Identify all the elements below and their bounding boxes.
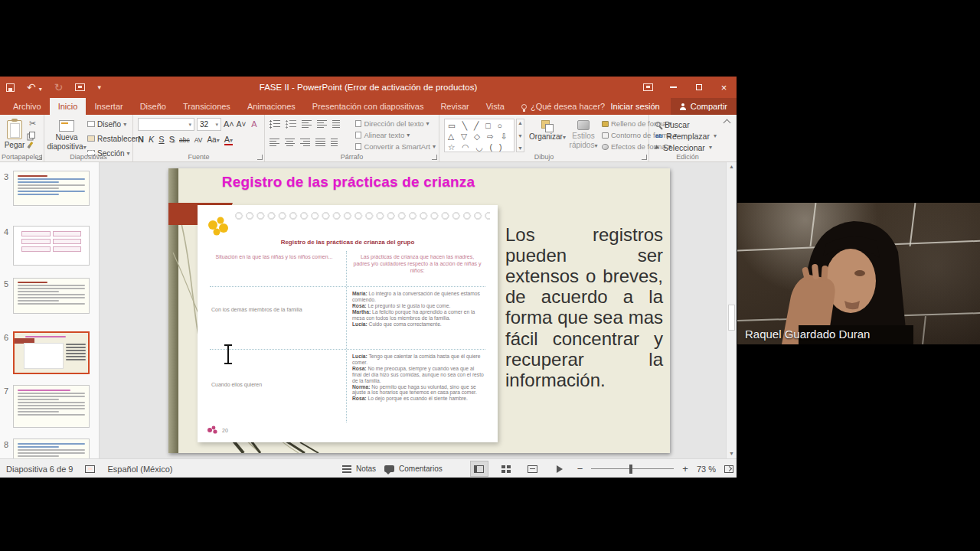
justify-icon[interactable] [315, 139, 325, 147]
scrollbar-thumb[interactable] [728, 305, 735, 331]
shrink-font-icon[interactable]: A˅ [237, 121, 247, 129]
find-button[interactable]: Buscar [655, 119, 726, 130]
thumbnail-preview [13, 385, 90, 428]
reset-label: Restablecer [97, 135, 138, 143]
normal-view-button[interactable] [470, 461, 488, 477]
dialog-launcher-icon[interactable] [642, 155, 647, 160]
layout-button[interactable]: Diseño [87, 118, 138, 130]
bold-button[interactable]: N [138, 135, 144, 144]
thumbnail-slide-8[interactable]: 8 [0, 439, 99, 458]
tab-revisar[interactable]: Revisar [432, 98, 477, 115]
comments-button[interactable]: Comentarios [384, 463, 443, 475]
restore-button[interactable] [686, 77, 711, 98]
text-shadow-button[interactable]: S [169, 135, 175, 144]
save-icon[interactable] [6, 83, 15, 92]
decrease-indent-icon[interactable] [302, 120, 312, 129]
thumbnail-slide-5[interactable]: 5 [0, 278, 99, 314]
cut-icon[interactable]: ✂ [29, 119, 36, 129]
shapes-gallery[interactable]: ▭ ╲ ╱ □ ○ △ ▽ ◇ ⇨ ⇩ ☆ ◠ ◡ ( ) [444, 119, 514, 152]
share-button[interactable]: Compartir [671, 98, 737, 115]
paste-button[interactable]: Pegar [2, 117, 28, 150]
slideshow-view-button[interactable] [550, 461, 569, 477]
font-size-combo[interactable]: 32▾ [197, 118, 221, 131]
format-painter-icon[interactable] [28, 142, 34, 148]
font-name-combo[interactable]: ▾ [138, 118, 194, 131]
new-slide-button[interactable]: Nueva diapositiva [47, 117, 86, 151]
shapes-row-1: ▭ ╲ ╱ □ ○ [448, 120, 511, 131]
scroll-up-icon[interactable]: ▲ [729, 162, 734, 171]
thumbnail-slide-4[interactable]: 4 [0, 226, 99, 266]
display-settings-button[interactable] [635, 77, 661, 98]
thumbnail-slide-7[interactable]: 7 [0, 385, 99, 428]
align-text-button[interactable]: Alinear texto [355, 130, 436, 140]
tab-vista[interactable]: Vista [478, 98, 513, 115]
start-slideshow-icon[interactable] [75, 83, 85, 91]
shapes-gallery-scroll[interactable]: ▲ ▼ ▼ [516, 119, 524, 152]
strikethrough-button[interactable]: abc [179, 136, 190, 144]
change-case-button[interactable]: Aa [207, 135, 219, 144]
dialog-launcher-icon[interactable] [432, 155, 437, 160]
columns-icon[interactable] [331, 139, 338, 147]
display-settings-icon[interactable] [85, 465, 95, 473]
copy-icon[interactable] [29, 132, 35, 139]
collapse-ribbon-icon[interactable] [724, 118, 730, 125]
undo-icon[interactable]: ↶ ▾ [27, 82, 42, 93]
align-left-icon[interactable] [270, 139, 279, 147]
scroll-down-icon[interactable]: ▼ [729, 449, 734, 458]
slide-title[interactable]: Registro de las prácticas de crianza [211, 174, 486, 191]
bullets-icon[interactable] [270, 120, 280, 129]
language-button[interactable]: Español (México) [107, 465, 172, 474]
align-right-icon[interactable] [300, 139, 310, 147]
slide-6[interactable]: Registro de las prácticas de crianza Reg… [168, 168, 670, 453]
tab-diseno[interactable]: Diseño [132, 98, 175, 115]
character-spacing-button[interactable]: AV [194, 136, 203, 144]
customize-qat-icon[interactable]: ▾ [97, 84, 101, 91]
fit-to-window-icon[interactable] [724, 465, 733, 473]
close-button[interactable]: × [711, 77, 737, 98]
reset-button[interactable]: Restablecer [87, 132, 138, 145]
line-spacing-icon[interactable] [332, 120, 340, 129]
tab-inicio[interactable]: Inicio [50, 98, 87, 115]
zoom-in-button[interactable]: + [682, 463, 688, 474]
text-direction-button[interactable]: Dirección del texto [355, 119, 436, 129]
dialog-launcher-icon[interactable] [257, 155, 263, 160]
quick-styles-button[interactable]: Estilos rápidos [567, 117, 600, 149]
convert-smartart-button[interactable]: Convertir a SmartArt [355, 142, 436, 152]
thumbnail-slide-6-selected[interactable]: 6 [0, 331, 99, 374]
reading-view-button[interactable] [524, 461, 542, 477]
sign-in-button[interactable]: Iniciar sesión [600, 102, 671, 111]
zoom-out-button[interactable]: − [577, 463, 583, 474]
notes-button[interactable]: Notas [342, 463, 376, 475]
italic-button[interactable]: K [149, 135, 154, 144]
numbering-icon[interactable] [286, 120, 296, 129]
practice-name: Rosa: [352, 366, 367, 371]
minimize-button[interactable] [661, 77, 686, 98]
arrange-button[interactable]: Organizar [528, 117, 567, 142]
thumbnail-slide-3[interactable]: 3 [0, 171, 99, 206]
slide-sorter-view-button[interactable] [497, 461, 515, 477]
zoom-slider[interactable] [591, 464, 674, 474]
tab-tell-me[interactable]: ¿Qué desea hacer? [513, 98, 613, 115]
vertical-scrollbar[interactable]: ▲ ▼ [726, 162, 737, 458]
grow-font-icon[interactable]: A˄ [224, 120, 234, 129]
share-label: Compartir [691, 102, 727, 111]
tab-insertar[interactable]: Insertar [86, 98, 131, 115]
tab-transiciones[interactable]: Transiciones [175, 98, 239, 115]
slide-canvas[interactable]: Registro de las prácticas de crianza Reg… [100, 162, 737, 458]
document-image[interactable]: Registro de las prácticas de crianza del… [198, 205, 498, 442]
replace-button[interactable]: abReemplazar [655, 130, 726, 142]
zoom-slider-thumb[interactable] [629, 465, 632, 474]
zoom-level-label[interactable]: 73 % [697, 465, 716, 474]
dialog-launcher-icon[interactable] [37, 155, 42, 160]
tab-animaciones[interactable]: Animaciones [239, 98, 304, 115]
clear-formatting-icon[interactable]: A [251, 120, 256, 129]
slide-body-text[interactable]: Los registros pueden ser extensos o brev… [505, 224, 663, 390]
increase-indent-icon[interactable] [317, 120, 327, 129]
tab-archivo[interactable]: Archivo [5, 98, 50, 115]
underline-button[interactable]: S [158, 135, 164, 144]
redo-icon[interactable]: ↻ [54, 82, 64, 93]
font-color-button[interactable]: A [224, 135, 233, 145]
tab-presentacion[interactable]: Presentación con diapositivas [304, 98, 433, 115]
select-button[interactable]: Seleccionar [655, 142, 726, 153]
align-center-icon[interactable] [285, 139, 295, 147]
